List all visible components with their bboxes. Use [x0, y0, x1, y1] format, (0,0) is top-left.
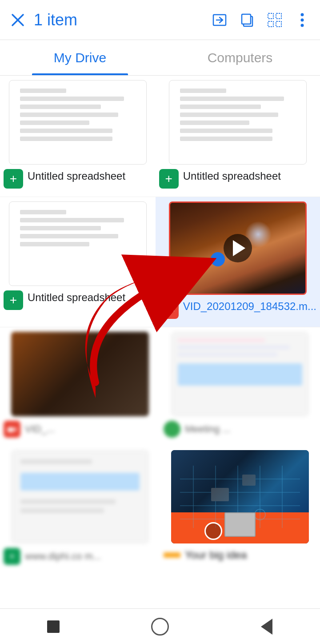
file-name-video1: VID_20201209_184532.m... [183, 299, 316, 313]
sheets-icon-3: + [4, 290, 23, 310]
sheets-icon-1: + [4, 169, 23, 189]
file-name-blurred-doc: Meeting ... [185, 423, 316, 436]
sheets-icon-2: + [159, 169, 179, 189]
nav-back-button[interactable] [253, 613, 280, 640]
tab-my-drive[interactable]: My Drive [0, 40, 160, 75]
file-thumbnail-video1 [169, 201, 307, 295]
svg-rect-23 [211, 488, 229, 501]
lower-file-row: VID_... Meeting ... [0, 327, 320, 446]
move-to-icon[interactable] [210, 10, 229, 30]
file-item-doc-blurred: Meeting ... [160, 327, 320, 446]
svg-rect-13 [8, 427, 13, 432]
file-name-sheet1: Untitled spreadsheet [28, 169, 152, 183]
file-name-blurred-left: www.diphi.co m... [25, 550, 156, 563]
file-info-sheet3: + Untitled spreadsheet [4, 290, 152, 310]
svg-rect-7 [268, 21, 273, 27]
more-options-icon[interactable] [292, 10, 312, 30]
file-name-sheet2: Untitled spreadsheet [183, 169, 316, 183]
file-thumb-blurred-video2 [11, 332, 149, 416]
file-info-sheet2: + Untitled spreadsheet [159, 169, 316, 189]
bottom-file-section: + www.diphi.co m... [0, 446, 320, 613]
svg-rect-5 [268, 13, 273, 19]
play-icon [233, 240, 245, 256]
file-item-sheet2[interactable]: + Untitled spreadsheet [156, 76, 320, 197]
file-item-video2-blurred: VID_... [0, 327, 160, 446]
file-name-circuit: Your big idea [185, 548, 316, 562]
file-item-circuit[interactable]: hat Your big idea [160, 446, 320, 573]
file-info-blurred-left: + www.diphi.co m... [4, 548, 156, 565]
file-info-circuit: Your big idea [164, 548, 316, 562]
select-all-icon[interactable] [265, 10, 284, 30]
svg-rect-24 [242, 475, 256, 486]
file-name-blurred-video2: VID_... [25, 423, 156, 436]
tab-computers[interactable]: Computers [160, 40, 320, 75]
file-thumbnail-sheet1 [9, 80, 147, 165]
video-icon-blurred [4, 421, 20, 438]
file-name-sheet3: Untitled spreadsheet [28, 290, 152, 304]
back-icon [261, 619, 272, 635]
bottom-navigation [0, 608, 320, 644]
file-item-sheet1[interactable]: + Untitled spreadsheet [0, 76, 156, 197]
svg-rect-12 [164, 307, 171, 312]
sheets-icon-blurred: + [4, 548, 20, 565]
yellow-bar-icon [164, 552, 180, 558]
file-grid: + Untitled spreadsheet + Untitled spr [0, 76, 320, 446]
selection-count: 1 item [28, 11, 210, 29]
svg-rect-4 [242, 14, 251, 24]
green-circle-icon [164, 421, 180, 438]
circuit-overlay: hat [171, 450, 309, 543]
file-item-video1[interactable]: VID_20201209_184532.m... [156, 197, 320, 327]
svg-point-10 [301, 18, 304, 21]
nav-home-button[interactable] [147, 613, 173, 640]
copy-icon[interactable] [237, 10, 257, 30]
file-info-blurred-doc: Meeting ... [164, 421, 316, 438]
top-bar: 1 item [0, 0, 320, 40]
blue-dot-effect [211, 252, 225, 266]
tab-bar: My Drive Computers [0, 40, 320, 76]
file-thumbnail-sheet3 [9, 201, 147, 286]
toolbar-icons [210, 10, 312, 30]
svg-point-9 [301, 13, 304, 16]
file-thumb-blurred-doc [171, 332, 309, 416]
file-info-blurred-video2: VID_... [4, 421, 156, 438]
file-item-blurred-left: + www.diphi.co m... [0, 446, 160, 573]
svg-rect-8 [276, 21, 281, 27]
file-info-sheet1: + Untitled spreadsheet [4, 169, 152, 189]
play-button[interactable] [224, 234, 252, 262]
svg-rect-6 [276, 13, 281, 19]
file-info-video1: VID_20201209_184532.m... [159, 299, 316, 319]
circuit-image [171, 450, 309, 512]
close-button[interactable] [8, 10, 28, 30]
file-item-sheet3[interactable]: + Untitled spreadsheet [0, 197, 156, 327]
svg-point-11 [301, 24, 304, 27]
file-thumbnail-sheet2 [169, 80, 307, 165]
file-thumbnail-circuit: hat [171, 450, 309, 543]
file-thumb-blurred-left [11, 450, 149, 543]
square-icon [47, 620, 60, 633]
video-icon [159, 299, 179, 319]
circle-icon [151, 618, 169, 636]
nav-square-button[interactable] [40, 613, 67, 640]
